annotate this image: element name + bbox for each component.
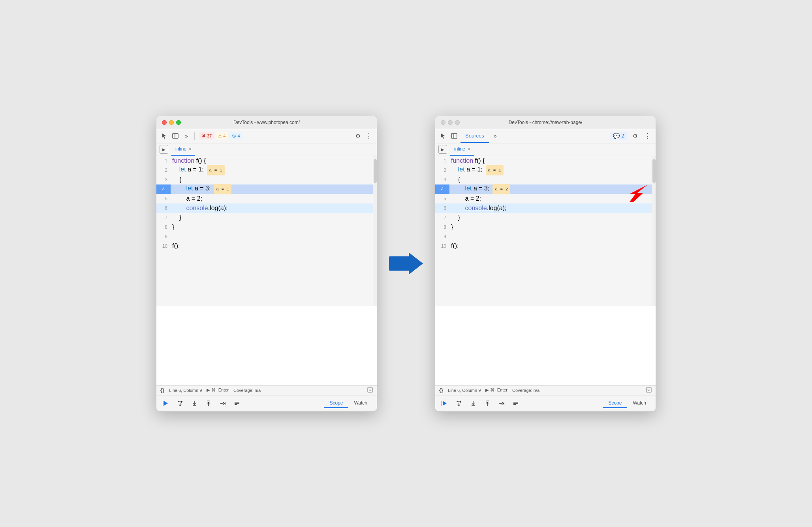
right-settings-icon[interactable]: ⚙ xyxy=(630,131,640,141)
svg-rect-14 xyxy=(647,388,651,392)
left-code-line-3: 3 { xyxy=(156,175,373,184)
right-msg-count: 2 xyxy=(621,133,624,139)
right-run-button[interactable]: ▶ ⌘+Enter xyxy=(485,388,508,393)
right-line-num-6: 6 xyxy=(435,203,449,213)
left-bottom-tabs: Scope Watch xyxy=(324,399,373,408)
right-code-line-6: 6 console.log(a); xyxy=(435,203,652,213)
warning-badge[interactable]: ⚠ 4 xyxy=(216,132,228,139)
right-step-over-icon[interactable] xyxy=(453,398,464,409)
left-position: Line 6, Column 9 xyxy=(169,388,202,393)
right-step-into-icon[interactable] xyxy=(468,398,479,409)
right-msg-badge[interactable]: 💬 2 xyxy=(610,132,627,140)
right-resume-icon[interactable] xyxy=(439,398,450,409)
more-tools-icon[interactable]: » xyxy=(182,131,191,141)
line-content-4: let a = 3;a = 1 xyxy=(171,184,373,194)
left-code-area: 1 function f() { 2 let a = 1;a = 1 3 { 4 xyxy=(156,156,377,306)
left-run-button[interactable]: ▶ ⌘+Enter xyxy=(207,388,229,393)
right-line-num-1: 1 xyxy=(435,156,449,166)
left-empty-area xyxy=(156,306,377,385)
left-code-line-4: 4 let a = 3;a = 1 xyxy=(156,184,373,194)
left-watch-tab[interactable]: Watch xyxy=(348,399,373,408)
right-step-icon[interactable] xyxy=(496,398,507,409)
svg-rect-12 xyxy=(451,134,457,138)
left-step-icon[interactable] xyxy=(217,398,228,409)
error-badge[interactable]: ✖ 37 xyxy=(199,132,214,139)
right-sources-toolbar: Sources » 💬 2 ⚙ ⋮ xyxy=(435,129,656,143)
right-line-num-3: 3 xyxy=(435,175,449,184)
left-code-lines: 1 function f() { 2 let a = 1;a = 1 3 { 4 xyxy=(156,156,373,306)
left-status-dropdown-icon[interactable] xyxy=(367,387,373,393)
left-toolbar-badges: ✖ 37 ⚠ 4 🛈 4 xyxy=(199,132,242,139)
right-line-content-6: console.log(a); xyxy=(449,203,652,213)
left-bottom-toolbar: Scope Watch xyxy=(156,395,377,411)
dock-icon[interactable] xyxy=(171,131,180,141)
left-code-line-1: 1 function f() { xyxy=(156,156,373,166)
right-dock-icon[interactable] xyxy=(449,131,459,141)
right-deactivate-icon[interactable] xyxy=(510,398,521,409)
right-more-tabs-icon[interactable]: » xyxy=(491,131,500,141)
right-scrollbar-thumb[interactable] xyxy=(652,159,656,183)
left-code-line-10: 10 f(); xyxy=(156,241,373,251)
right-line-content-3: { xyxy=(449,175,652,184)
arrow-head xyxy=(409,252,423,275)
right-watch-tab[interactable]: Watch xyxy=(627,399,652,408)
left-coverage: Coverage: n/a xyxy=(233,388,261,393)
left-inline-tab[interactable]: inline × xyxy=(171,143,195,156)
right-scrollbar[interactable] xyxy=(652,156,656,306)
minimize-button[interactable] xyxy=(169,120,174,125)
right-step-out-icon[interactable] xyxy=(482,398,493,409)
left-resume-icon[interactable] xyxy=(160,398,171,409)
play-icon[interactable]: ▶ xyxy=(160,145,168,154)
left-step-over-icon[interactable] xyxy=(175,398,186,409)
right-code-line-8: 8 } xyxy=(435,222,652,232)
scene: DevTools - www.photopea.com/ » ✖ xyxy=(156,116,656,412)
right-code-line-5: 5 a = 2; xyxy=(435,194,652,203)
left-deactivate-icon[interactable] xyxy=(231,398,242,409)
right-line-content-7: } xyxy=(449,213,652,222)
right-tab-bar: ▶ inline × xyxy=(435,143,656,156)
line-content-5: a = 2; xyxy=(171,194,373,203)
left-tab-close[interactable]: × xyxy=(189,147,191,151)
right-more-options-icon[interactable]: ⋮ xyxy=(643,131,652,141)
right-scope-tab[interactable]: Scope xyxy=(603,399,627,408)
right-line-num-4: 4 xyxy=(435,184,449,194)
left-window-title: DevTools - www.photopea.com/ xyxy=(233,120,300,125)
right-devtools-window: DevTools - chrome://new-tab-page/ Source… xyxy=(435,116,656,412)
right-sources-tab[interactable]: Sources xyxy=(461,129,489,143)
right-code-line-3: 3 { xyxy=(435,175,652,184)
line-content-6: console.log(a); xyxy=(171,203,373,213)
right-cursor-icon[interactable] xyxy=(438,131,448,141)
info-badge[interactable]: 🛈 4 xyxy=(229,132,242,139)
close-button[interactable] xyxy=(162,120,167,125)
left-format-icon[interactable]: {} xyxy=(160,387,164,393)
right-title-bar: DevTools - chrome://new-tab-page/ xyxy=(435,116,656,129)
left-traffic-lights xyxy=(162,120,181,125)
right-code-line-10: 10 f(); xyxy=(435,241,652,251)
settings-icon[interactable]: ⚙ xyxy=(353,131,363,141)
right-status-dropdown-icon[interactable] xyxy=(646,387,652,393)
right-line-content-2: let a = 1;a = 1 xyxy=(449,165,652,175)
right-inline-tab[interactable]: inline × xyxy=(450,143,474,156)
left-scrollbar[interactable] xyxy=(373,156,377,306)
left-scrollbar-thumb[interactable] xyxy=(374,159,377,183)
info-count: 4 xyxy=(237,134,240,138)
right-maximize-button[interactable] xyxy=(455,120,460,125)
left-step-into-icon[interactable] xyxy=(189,398,200,409)
right-play-icon[interactable]: ▶ xyxy=(438,145,447,154)
right-minimize-button[interactable] xyxy=(448,120,453,125)
line-num-3: 3 xyxy=(156,175,171,184)
warning-icon: ⚠ xyxy=(218,134,222,139)
left-code-line-2: 2 let a = 1;a = 1 xyxy=(156,166,373,175)
right-tab-close[interactable]: × xyxy=(468,147,470,151)
more-options-icon[interactable]: ⋮ xyxy=(364,131,374,141)
cursor-icon[interactable] xyxy=(160,131,169,141)
left-step-out-icon[interactable] xyxy=(203,398,214,409)
right-code-wrapper: 1 function f() { 2 let a = 1;a = 1 3 { xyxy=(435,156,656,306)
right-format-icon[interactable]: {} xyxy=(439,387,443,393)
maximize-button[interactable] xyxy=(176,120,181,125)
line-content-8: } xyxy=(171,222,373,232)
right-close-button[interactable] xyxy=(441,120,445,125)
right-code-line-4: 4 let a = 3;a = 2 xyxy=(435,184,652,194)
left-scope-tab[interactable]: Scope xyxy=(324,399,348,408)
msg-icon: 💬 xyxy=(613,133,620,139)
